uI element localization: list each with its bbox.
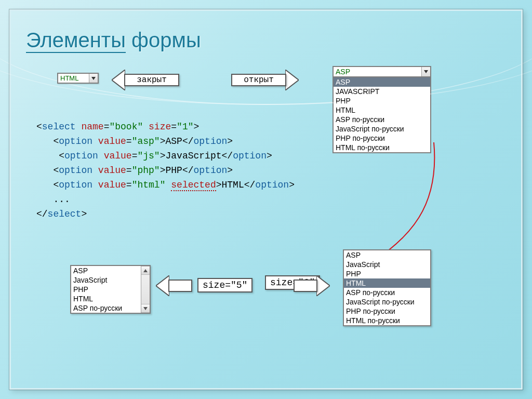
list-item[interactable]: HTML (344, 278, 430, 288)
open-dropdown-list[interactable]: ASP JAVASCRIPT PHP HTML ASP по-русски Ja… (332, 77, 431, 153)
svg-marker-0 (91, 77, 96, 80)
svg-marker-7 (156, 275, 169, 296)
list-item[interactable]: PHP по-русски (334, 134, 430, 143)
closed-dropdown-value: HTML (58, 74, 89, 83)
open-dropdown-head[interactable]: ASP (332, 66, 431, 77)
list-item[interactable]: ASP (71, 266, 141, 275)
list-item[interactable]: ASP (344, 250, 430, 260)
svg-marker-3 (424, 70, 428, 73)
svg-marker-2 (285, 70, 299, 90)
list-item[interactable]: HTML (334, 105, 430, 115)
list-item[interactable]: ASP по-русски (334, 115, 430, 124)
title-word-2: формы (131, 29, 201, 51)
list-item[interactable]: ASP по-русски (344, 288, 430, 297)
scroll-up-icon[interactable] (141, 266, 150, 275)
list-item[interactable]: ASP по-русски (71, 303, 141, 313)
list-item[interactable]: PHP (71, 285, 141, 294)
listbox-size8[interactable]: ASP JavaScript PHP HTML ASP по-русски Ja… (343, 249, 431, 326)
arrow-closed: закрыт (112, 70, 179, 90)
size5-label: size="5" (197, 278, 252, 292)
chevron-down-icon[interactable] (421, 67, 430, 76)
slide-title: Элементы формы (26, 29, 201, 52)
list-item[interactable]: PHP по-русски (344, 307, 430, 316)
arrow-open: открыт (231, 70, 299, 90)
svg-marker-8 (316, 275, 330, 296)
list-item[interactable]: HTML (71, 294, 141, 303)
list-item[interactable]: JavaScript по-русски (344, 297, 430, 307)
code-block: <select name="book" size="1"> <option va… (36, 119, 295, 221)
scrollbar[interactable] (141, 266, 150, 313)
title-word-1: Элементы (26, 29, 126, 53)
list-item[interactable]: JAVASCRIPT (334, 87, 430, 96)
arrow-size5 (156, 275, 192, 296)
arrow-closed-label: закрыт (137, 75, 167, 85)
list-item[interactable]: JavaScript (344, 260, 430, 269)
arrow-open-label: открыт (244, 75, 274, 85)
list-item[interactable]: HTML по-русски (334, 143, 430, 152)
list-item[interactable]: HTML по-русски (344, 316, 430, 325)
listbox-size5[interactable]: ASP JavaScript PHP HTML ASP по-русски (70, 265, 151, 314)
list-item[interactable]: JavaScript (71, 275, 141, 285)
open-dropdown[interactable]: ASP ASP JAVASCRIPT PHP HTML ASP по-русск… (332, 66, 431, 153)
closed-dropdown[interactable]: HTML (57, 73, 99, 84)
list-item[interactable]: PHP (344, 269, 430, 278)
list-item[interactable]: PHP (334, 96, 430, 105)
svg-marker-1 (112, 70, 125, 90)
chevron-down-icon[interactable] (89, 74, 98, 83)
open-dropdown-value: ASP (334, 67, 421, 76)
list-item[interactable]: JavaScript по-русски (334, 124, 430, 134)
svg-marker-5 (143, 269, 148, 272)
list-item[interactable]: ASP (334, 77, 430, 87)
svg-marker-6 (143, 307, 148, 310)
scroll-down-icon[interactable] (141, 304, 150, 313)
